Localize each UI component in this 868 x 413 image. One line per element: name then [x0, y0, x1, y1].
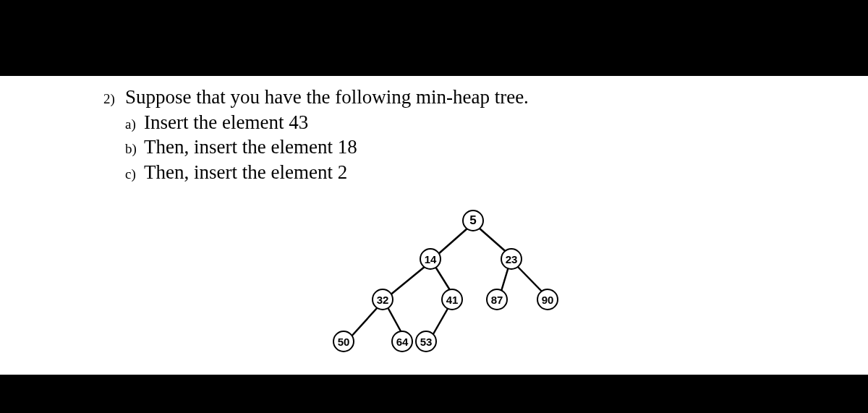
part-c: c) Then, insert the element 2	[125, 160, 754, 185]
tree-node-41: 41	[441, 289, 463, 310]
heap-tree-diagram: 5 14 23 32 41 87 90 50 64 53	[329, 208, 575, 370]
tree-node-14: 14	[420, 248, 441, 270]
part-b-label: b)	[125, 140, 144, 158]
part-b-text: Then, insert the element 18	[144, 135, 357, 160]
part-b: b) Then, insert the element 18	[125, 135, 754, 160]
question-line: 2) Suppose that you have the following m…	[103, 85, 754, 110]
page: 2) Suppose that you have the following m…	[0, 0, 868, 413]
tree-node-53: 53	[415, 331, 437, 352]
part-c-label: c)	[125, 166, 144, 183]
tree-node-90: 90	[537, 289, 558, 310]
part-a: a) Insert the element 43	[125, 110, 754, 135]
question-text: Suppose that you have the following min-…	[125, 85, 529, 110]
part-c-text: Then, insert the element 2	[144, 160, 347, 185]
part-a-text: Insert the element 43	[144, 110, 308, 135]
content-area: 2) Suppose that you have the following m…	[0, 76, 868, 375]
svg-line-6	[350, 307, 378, 338]
svg-line-0	[438, 228, 468, 255]
tree-node-50: 50	[333, 331, 354, 352]
tree-node-87: 87	[486, 289, 508, 310]
tree-node-23: 23	[501, 248, 522, 270]
tree-node-64: 64	[391, 331, 413, 352]
question-number: 2)	[103, 90, 125, 108]
svg-line-2	[389, 266, 425, 296]
tree-node-32: 32	[372, 289, 393, 310]
tree-node-root: 5	[462, 210, 484, 231]
question-block: 2) Suppose that you have the following m…	[103, 85, 754, 184]
part-a-label: a)	[125, 116, 144, 133]
